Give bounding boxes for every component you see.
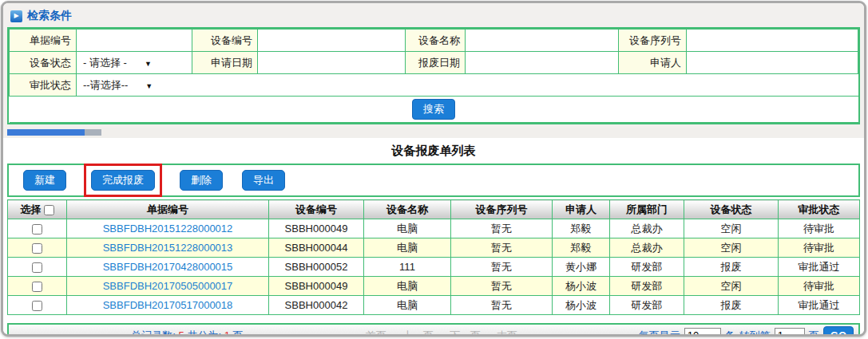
col-doc-no: 单据编号 — [67, 200, 269, 219]
device-name-input[interactable] — [466, 30, 618, 51]
expand-icon[interactable]: ▶ — [10, 10, 22, 22]
first-page-link[interactable]: 首页 — [366, 329, 386, 337]
col-approval-status: 审批状态 — [779, 200, 860, 219]
next-page-link[interactable]: 下一页 — [450, 329, 481, 337]
scrollbar-thumb-end — [85, 129, 101, 136]
scrollbar-thumb[interactable] — [7, 129, 85, 136]
cell-device-no: SBBH000042 — [269, 296, 364, 315]
col-applicant: 申请人 — [553, 200, 610, 219]
cell-approval-status: 待审批 — [779, 219, 860, 238]
cell-device-name: 111 — [364, 258, 451, 277]
row-checkbox[interactable] — [32, 243, 42, 254]
device-status-select[interactable]: - 请选择 -▼ — [77, 52, 192, 74]
cell-device-name: 电脑 — [364, 238, 451, 258]
new-button[interactable]: 新建 — [23, 170, 66, 191]
cell-department: 总裁办 — [610, 238, 684, 258]
page-title: 设备报废单列表 — [7, 138, 860, 164]
serial-no-input[interactable] — [687, 30, 858, 51]
device-table: 选择 单据编号 设备编号 设备名称 设备序列号 申请人 所属部门 设备状态 审批… — [7, 199, 860, 315]
cell-device-status: 报废 — [684, 296, 779, 315]
cell-applicant: 郑毅 — [553, 238, 610, 258]
row-checkbox[interactable] — [32, 224, 42, 235]
cell-device-no: SBBH000049 — [269, 219, 364, 238]
cell-device-name: 电脑 — [364, 219, 451, 238]
table-row: SBBFDBH20170505000017SBBH000049电脑暂无杨小波研发… — [8, 277, 860, 296]
table-row: SBBFDBH20151228000012SBBH000049电脑暂无郑毅总裁办… — [8, 219, 860, 238]
col-device-status: 设备状态 — [684, 200, 779, 219]
device-table-body: SBBFDBH20151228000012SBBH000049电脑暂无郑毅总裁办… — [8, 219, 860, 315]
doc-no-link[interactable]: SBBFDBH20170517000018 — [103, 299, 233, 311]
cell-department: 研发部 — [610, 258, 684, 277]
cell-approval-status: 审批通过 — [779, 296, 860, 315]
total-pages: 1 — [224, 329, 230, 337]
highlight-box: 完成报废 — [84, 164, 162, 197]
search-form: 单据编号 设备编号 设备名称 设备序列号 设备状态 - 请选择 -▼ — [7, 27, 860, 124]
search-section-header: ▶ 检索条件 — [7, 7, 860, 27]
cell-serial-no: 暂无 — [451, 238, 553, 258]
label-serial-no: 设备序列号 — [619, 30, 687, 52]
applicant-input[interactable] — [687, 53, 858, 73]
cell-applicant: 黄小娜 — [553, 258, 610, 277]
prev-page-link[interactable]: 上一页 — [402, 329, 434, 337]
cell-applicant: 郑毅 — [553, 219, 610, 238]
select-all-checkbox[interactable] — [44, 205, 54, 215]
col-device-no: 设备编号 — [269, 200, 364, 219]
page-size-controls: 每页显示 条 转到第 页 GO — [639, 326, 858, 337]
last-page-link[interactable]: 末页 — [497, 329, 517, 337]
col-device-name: 设备名称 — [364, 200, 451, 219]
cell-device-no: SBBH000044 — [269, 238, 364, 258]
delete-button[interactable]: 删除 — [180, 170, 223, 191]
approval-status-select[interactable]: --请选择--▼ — [77, 74, 858, 97]
pager-links: 首页 上一页 下一页 末页 — [366, 329, 517, 337]
label-scrap-date: 报废日期 — [406, 52, 466, 74]
cell-approval-status: 待审批 — [779, 238, 860, 258]
toolbar: 新建 完成报废 删除 导出 — [7, 164, 860, 197]
cell-serial-no: 暂无 — [451, 258, 553, 277]
apply-date-input[interactable] — [258, 53, 405, 73]
per-page-input[interactable] — [684, 328, 721, 337]
cell-device-name: 电脑 — [364, 296, 451, 315]
chevron-down-icon: ▼ — [145, 82, 153, 90]
table-header-row: 选择 单据编号 设备编号 设备名称 设备序列号 申请人 所属部门 设备状态 审批… — [8, 200, 860, 219]
label-device-status: 设备状态 — [10, 52, 77, 74]
chevron-down-icon: ▼ — [145, 60, 152, 68]
goto-page-input[interactable] — [775, 328, 805, 337]
doc-no-link[interactable]: SBBFDBH20170428000015 — [103, 261, 233, 273]
row-checkbox[interactable] — [32, 262, 42, 273]
go-button[interactable]: GO — [823, 326, 854, 337]
record-summary: 总记录数: 5 共分为: 1 页 — [9, 329, 366, 337]
search-section-title: 检索条件 — [27, 9, 72, 23]
table-row: SBBFDBH20170517000018SBBH000042电脑暂无杨小波研发… — [8, 296, 860, 315]
cell-device-name: 电脑 — [364, 277, 451, 296]
col-serial-no: 设备序列号 — [451, 200, 553, 219]
label-applicant: 申请人 — [619, 52, 687, 74]
cell-serial-no: 暂无 — [451, 277, 553, 296]
page: ▶ 检索条件 单据编号 设备编号 设备名称 — [0, 0, 868, 339]
list-zone: 设备报废单列表 新建 完成报废 删除 导出 — [3, 138, 864, 337]
cell-device-no: SBBH000049 — [269, 277, 364, 296]
cell-department: 研发部 — [610, 277, 684, 296]
cell-applicant: 杨小波 — [553, 296, 610, 315]
doc-no-input[interactable] — [77, 30, 192, 51]
doc-no-link[interactable]: SBBFDBH20151228000012 — [103, 223, 233, 235]
cell-approval-status: 审批通过 — [779, 258, 860, 277]
doc-no-link[interactable]: SBBFDBH20170505000017 — [103, 280, 233, 292]
row-checkbox[interactable] — [32, 282, 42, 292]
total-records: 5 — [179, 329, 184, 337]
device-no-input[interactable] — [258, 30, 405, 51]
doc-no-link[interactable]: SBBFDBH20151228000013 — [103, 242, 233, 254]
scrap-date-input[interactable] — [466, 53, 618, 73]
table-row: SBBFDBH20170428000015SBBH000052111暂无黄小娜研… — [8, 258, 860, 277]
complete-scrap-button[interactable]: 完成报废 — [91, 170, 155, 191]
device-table-wrap: 选择 单据编号 设备编号 设备名称 设备序列号 申请人 所属部门 设备状态 审批… — [7, 199, 860, 315]
label-device-name: 设备名称 — [406, 30, 466, 52]
col-select: 选择 — [8, 200, 67, 219]
cell-approval-status: 待审批 — [779, 277, 860, 296]
cell-device-status: 空闲 — [684, 219, 779, 238]
horizontal-scrollbar[interactable] — [7, 128, 860, 138]
export-button[interactable]: 导出 — [242, 170, 285, 191]
cell-device-no: SBBH000052 — [269, 258, 364, 277]
row-checkbox[interactable] — [32, 301, 42, 311]
cell-serial-no: 暂无 — [451, 219, 553, 238]
search-button[interactable]: 搜索 — [412, 99, 455, 120]
